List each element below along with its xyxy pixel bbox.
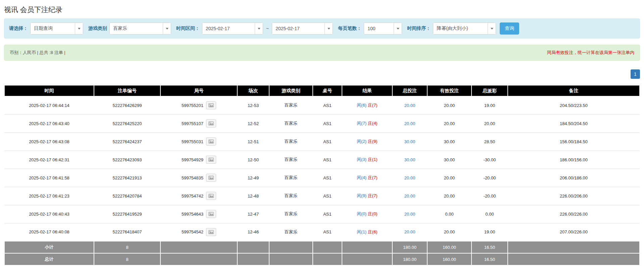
cell-valid-bet: 20.00 bbox=[427, 169, 472, 187]
date-to-input[interactable] bbox=[272, 23, 325, 34]
pagination: 1 bbox=[4, 69, 640, 79]
grand-total-empty-cell bbox=[508, 253, 640, 265]
col-round-id: 局号 bbox=[160, 85, 237, 96]
round-replay-icon-button[interactable] bbox=[206, 101, 216, 109]
round-replay-icon-button[interactable] bbox=[206, 156, 216, 164]
result-banker: 庄(0) bbox=[368, 211, 378, 216]
result-banker: 庄(4) bbox=[368, 121, 378, 126]
subtotal-empty-cell bbox=[313, 241, 342, 253]
query-type-dropdown-button[interactable] bbox=[75, 23, 83, 34]
chevron-down-icon bbox=[166, 28, 168, 30]
cell-game-type: 百家乐 bbox=[269, 114, 313, 132]
game-type-dropdown-button[interactable] bbox=[163, 23, 171, 34]
cell-bet-id: 522276425220 bbox=[94, 114, 160, 132]
cell-session: 12-47 bbox=[237, 205, 269, 223]
grand-total-row: 总计 8 180.00 160.00 16.50 bbox=[4, 253, 640, 265]
col-game-type: 游戏类别 bbox=[269, 85, 313, 96]
cell-remark: 156.00/184.50 bbox=[508, 132, 640, 151]
cell-time: 2025-02-17 06:40:43 bbox=[4, 205, 94, 223]
cell-total-bet: 30.00 bbox=[392, 151, 427, 169]
cell-valid-bet: 20.00 bbox=[427, 114, 472, 132]
picture-icon bbox=[208, 140, 214, 144]
result-player: 闲(9) bbox=[357, 193, 366, 198]
cell-remark: 186.00/156.00 bbox=[508, 151, 640, 169]
subtotal-payout: 16.50 bbox=[472, 241, 508, 253]
round-replay-icon-button[interactable] bbox=[206, 138, 216, 146]
round-replay-icon-button[interactable] bbox=[206, 192, 216, 200]
total-bet-link[interactable]: 20.00 bbox=[404, 121, 415, 126]
cell-result: 闲(9) 庄(7) bbox=[342, 187, 392, 205]
query-type-input[interactable] bbox=[31, 23, 75, 34]
round-replay-icon-button[interactable] bbox=[206, 228, 216, 236]
time-sort-dropdown-button[interactable] bbox=[488, 23, 496, 34]
cell-remark: 226.00/206.00 bbox=[508, 187, 640, 205]
cell-remark: 207.00/226.00 bbox=[508, 223, 640, 241]
query-type-select[interactable] bbox=[30, 22, 83, 35]
search-button[interactable]: 查询 bbox=[500, 22, 519, 35]
round-id-value: 599754742 bbox=[182, 194, 203, 199]
table-header-row: 时间 注单编号 局号 场次 游戏类别 桌号 结果 总投注 有效投注 总派彩 备注 bbox=[4, 85, 640, 96]
grand-total-count: 8 bbox=[94, 253, 160, 265]
round-replay-icon-button[interactable] bbox=[206, 119, 216, 127]
round-replay-icon-button[interactable] bbox=[206, 174, 216, 182]
result-banker: 庄(1) bbox=[368, 157, 378, 162]
chevron-down-icon bbox=[491, 28, 493, 30]
cell-total-bet: 20.00 bbox=[392, 169, 427, 187]
total-bet-link[interactable]: 20.00 bbox=[404, 229, 415, 234]
total-bet-link[interactable]: 20.00 bbox=[404, 212, 415, 217]
game-type-select[interactable] bbox=[109, 22, 171, 35]
cell-round-id: 599754835 bbox=[160, 169, 237, 187]
range-separator: ~ bbox=[265, 26, 269, 31]
time-sort-input[interactable] bbox=[433, 23, 488, 34]
cell-payout: 19.00 bbox=[472, 223, 508, 241]
result-banker: 庄(9) bbox=[368, 139, 378, 144]
table-row: 2025-02-17 06:42:31 522276423093 5997549… bbox=[4, 151, 640, 169]
cell-total-bet: 20.00 bbox=[392, 205, 427, 223]
page-1-button[interactable]: 1 bbox=[631, 69, 640, 79]
date-from-dropdown-button[interactable] bbox=[255, 23, 263, 34]
result-player: 闲(2) bbox=[357, 139, 366, 144]
chevron-down-icon bbox=[258, 28, 260, 30]
cell-session: 12-51 bbox=[237, 132, 269, 151]
subtotal-empty-cell bbox=[508, 241, 640, 253]
date-from-input[interactable] bbox=[202, 23, 255, 34]
date-to-dropdown-button[interactable] bbox=[325, 23, 333, 34]
grand-total-valid-bet: 160.00 bbox=[427, 253, 472, 265]
subtotal-row: 小计 8 180.00 160.00 16.50 bbox=[4, 241, 640, 253]
result-player: 闲(7) bbox=[357, 121, 366, 126]
cell-bet-id: 522276424237 bbox=[94, 132, 160, 151]
picture-icon bbox=[208, 121, 214, 125]
round-id-value: 599754542 bbox=[182, 229, 203, 234]
cell-total-bet: 30.00 bbox=[392, 132, 427, 151]
cell-bet-id: 522276420784 bbox=[94, 187, 160, 205]
round-id-value: 599754643 bbox=[182, 212, 203, 217]
cell-round-id: 599754929 bbox=[160, 151, 237, 169]
total-bet-link[interactable]: 30.00 bbox=[404, 139, 415, 144]
page-size-input[interactable] bbox=[364, 23, 394, 34]
cell-table-no: AS1 bbox=[313, 187, 342, 205]
game-type-input[interactable] bbox=[110, 23, 163, 34]
date-from-select[interactable] bbox=[202, 22, 263, 35]
table-row: 2025-02-17 06:40:08 522276418407 5997545… bbox=[4, 223, 640, 241]
result-banker: 庄(7) bbox=[368, 193, 378, 198]
cell-result: 闲(2) 庄(9) bbox=[342, 132, 392, 151]
page-size-select[interactable] bbox=[364, 22, 402, 35]
grand-total-empty-cell bbox=[313, 253, 342, 265]
cell-total-bet: 20.00 bbox=[392, 223, 427, 241]
total-bet-link[interactable]: 30.00 bbox=[404, 157, 415, 162]
date-to-select[interactable] bbox=[272, 22, 333, 35]
cell-payout: 28.50 bbox=[472, 132, 508, 151]
round-id-value: 599754929 bbox=[182, 157, 203, 162]
col-remark: 备注 bbox=[508, 85, 640, 96]
total-bet-link[interactable]: 20.00 bbox=[404, 103, 415, 108]
total-bet-link[interactable]: 20.00 bbox=[404, 194, 415, 199]
grand-total-empty-cell bbox=[269, 253, 313, 265]
page-size-dropdown-button[interactable] bbox=[394, 23, 402, 34]
round-replay-icon-button[interactable] bbox=[206, 210, 216, 218]
time-sort-select[interactable] bbox=[433, 22, 496, 35]
col-session: 场次 bbox=[237, 85, 269, 96]
round-id-value: 599754835 bbox=[182, 175, 203, 180]
total-bet-link[interactable]: 20.00 bbox=[404, 175, 415, 180]
result-player: 闲(1) bbox=[357, 229, 366, 234]
cell-session: 12-46 bbox=[237, 223, 269, 241]
